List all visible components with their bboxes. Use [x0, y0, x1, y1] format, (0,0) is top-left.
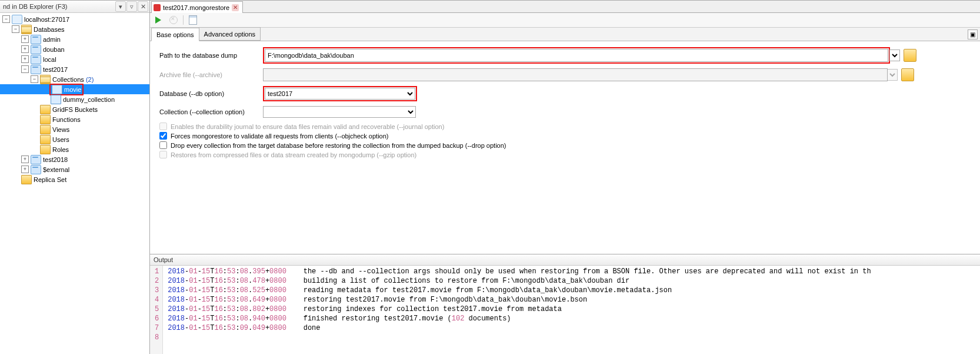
stop-icon	[169, 16, 178, 24]
gzip-checkbox-row: Restores from compressed files or data s…	[159, 151, 973, 158]
drop-checkbox[interactable]	[159, 141, 167, 149]
folder-icon	[40, 145, 51, 154]
document-tab[interactable]: test2017.mongorestore ✕	[151, 1, 243, 13]
editor-toolbar	[150, 13, 980, 28]
collection-label: Collection (--collection option)	[159, 108, 263, 115]
tab-advanced-options[interactable]: Advanced options	[199, 27, 261, 41]
tree-label: Replica Set	[34, 176, 66, 183]
tree-label: Users	[52, 136, 69, 143]
tree-gridfs[interactable]: + GridFS Buckets	[0, 104, 149, 114]
tree-db-external[interactable]: + $external	[0, 164, 149, 174]
new-doc-button[interactable]	[187, 14, 199, 26]
host-icon	[12, 15, 22, 24]
database-icon	[31, 155, 41, 164]
tree-label: GridFS Buckets	[52, 106, 98, 113]
tree-label: test2018	[43, 156, 68, 163]
database-icon	[31, 45, 41, 54]
tree-label: Views	[52, 126, 69, 133]
database-icon	[31, 35, 41, 44]
expand-icon[interactable]: −	[12, 25, 19, 33]
database-icon	[31, 65, 41, 74]
tab-title: test2017.mongorestore	[163, 4, 229, 11]
tree-label: Collections	[52, 76, 84, 83]
expand-icon[interactable]: +	[21, 166, 29, 173]
tree-views[interactable]: + Views	[0, 124, 149, 134]
browse-archive-button[interactable]	[901, 68, 914, 81]
tree-label: local	[43, 56, 56, 63]
tree-db-test2018[interactable]: + test2018	[0, 154, 149, 164]
folder-icon	[21, 25, 32, 34]
options-tabbar: Base options Advanced options ▣	[150, 28, 980, 41]
archive-input	[263, 68, 888, 81]
expand-icon[interactable]: −	[2, 15, 10, 23]
expand-icon[interactable]: −	[21, 65, 29, 73]
db-explorer-panel: nd in DB Explorer (F3) ▾ ▿ ✕ − localhost…	[0, 1, 150, 354]
tree-db-douban[interactable]: + douban	[0, 44, 149, 54]
expand-panel-button[interactable]: ▣	[968, 29, 978, 39]
run-button[interactable]	[152, 14, 164, 26]
journal-checkbox	[159, 123, 167, 130]
tree-collections[interactable]: − Collections (2)	[0, 74, 149, 84]
collection-icon	[51, 95, 61, 104]
database-select[interactable]: test2017	[265, 88, 415, 100]
expand-icon[interactable]: +	[21, 156, 29, 163]
tree-label: test2017	[43, 66, 68, 73]
document-icon	[189, 15, 197, 25]
drop-checkbox-row[interactable]: Drop every collection from the target da…	[159, 141, 973, 149]
tree-collection-dummy[interactable]: + dummy_collection	[0, 94, 149, 104]
collection-icon	[52, 85, 62, 94]
editor-area: test2017.mongorestore ✕ Base options Adv…	[150, 1, 980, 354]
folder-icon	[40, 75, 51, 84]
count-label: (2)	[86, 76, 94, 83]
expand-icon[interactable]: +	[21, 45, 29, 53]
tree-label: Databases	[34, 26, 65, 33]
sidebar-minimize-icon[interactable]: ▿	[126, 1, 137, 12]
journal-checkbox-row: Enables the durability journal to ensure…	[159, 123, 973, 130]
archive-label: Archive file (--archive)	[159, 71, 263, 78]
objcheck-checkbox[interactable]	[159, 132, 167, 140]
tree-host[interactable]: − localhost:27017	[0, 14, 149, 24]
folder-icon	[21, 175, 32, 184]
output-title: Output	[150, 254, 980, 266]
output-panel: Output 12345678 2018-01-15T16:53:08.395+…	[150, 254, 980, 354]
tree-db-test2017[interactable]: − test2017	[0, 64, 149, 74]
collection-select[interactable]	[263, 106, 416, 118]
sidebar-title: nd in DB Explorer (F3)	[1, 3, 115, 10]
tree-functions[interactable]: + Functions	[0, 114, 149, 124]
options-form: Path to the database dump Archive file (…	[150, 41, 980, 164]
tree-users[interactable]: + Users	[0, 134, 149, 144]
play-icon	[155, 16, 161, 24]
database-icon	[31, 55, 41, 64]
db-tree[interactable]: − localhost:27017 − Databases + admin + …	[0, 13, 149, 354]
tree-label: Roles	[52, 146, 69, 153]
sidebar-dropdown-icon[interactable]: ▾	[115, 1, 126, 12]
close-icon[interactable]: ✕	[232, 4, 239, 11]
sidebar-header: nd in DB Explorer (F3) ▾ ▿ ✕	[0, 1, 149, 13]
tree-label: Functions	[52, 116, 81, 123]
tree-roles[interactable]: + Roles	[0, 144, 149, 154]
expand-icon[interactable]: +	[21, 35, 29, 43]
path-history-dropdown[interactable]	[889, 49, 900, 61]
tree-collection-movie[interactable]: + movie	[0, 84, 149, 94]
tree-label: $external	[43, 166, 69, 173]
tree-replica-set[interactable]: + Replica Set	[0, 174, 149, 184]
folder-icon	[40, 105, 51, 114]
stop-button[interactable]	[168, 14, 179, 26]
tree-db-local[interactable]: + local	[0, 54, 149, 64]
tree-databases[interactable]: − Databases	[0, 24, 149, 34]
mongorestore-icon	[154, 4, 161, 11]
browse-path-button[interactable]	[904, 49, 916, 62]
output-log: 2018-01-15T16:53:08.395+0800 the --db an…	[163, 266, 871, 354]
tree-db-admin[interactable]: + admin	[0, 34, 149, 44]
gzip-checkbox	[159, 151, 167, 158]
sidebar-close-icon[interactable]: ✕	[138, 1, 148, 12]
output-body[interactable]: 12345678 2018-01-15T16:53:08.395+0800 th…	[150, 266, 980, 354]
path-input[interactable]	[265, 49, 888, 62]
archive-history-dropdown	[887, 69, 898, 81]
tree-label: localhost:27017	[24, 16, 69, 23]
expand-icon[interactable]: −	[31, 75, 38, 83]
objcheck-checkbox-row[interactable]: Forces mongorestore to validate all requ…	[159, 132, 973, 140]
tab-base-options[interactable]: Base options	[151, 28, 199, 41]
expand-icon[interactable]: +	[21, 55, 29, 63]
document-tabbar: test2017.mongorestore ✕	[150, 1, 980, 13]
